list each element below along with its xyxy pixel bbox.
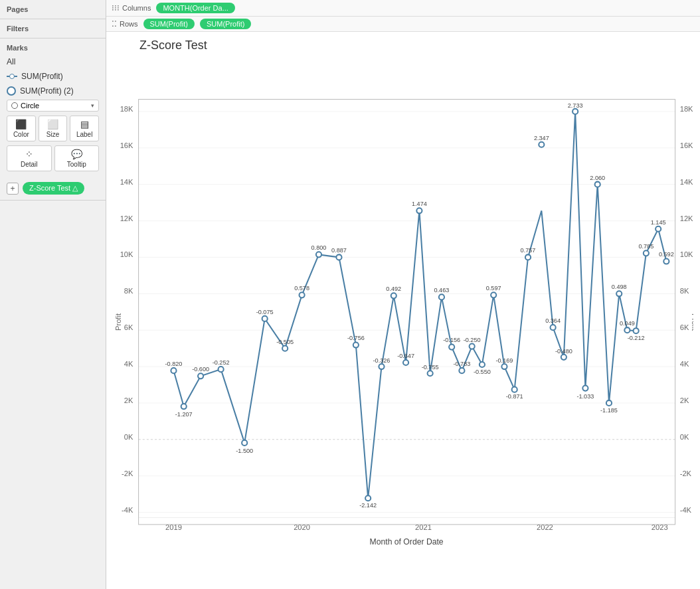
data-label: -0.505 bbox=[276, 339, 294, 345]
marks-all: All bbox=[7, 56, 99, 68]
y-label-8k-left: 8K bbox=[124, 287, 133, 295]
add-calc-button[interactable]: + bbox=[7, 183, 19, 195]
tooltip-icon: 💬 bbox=[71, 149, 82, 159]
data-point bbox=[416, 208, 422, 213]
columns-toolbar: ⁝⁝⁝ Columns MONTH(Order Da... bbox=[106, 0, 700, 17]
y-label-18k-left: 18K bbox=[120, 105, 133, 113]
data-label: -0.156 bbox=[443, 337, 460, 343]
marks-sum-profit[interactable]: SUM(Profit) bbox=[7, 70, 99, 82]
chart-svg: 18K 16K 14K 12K 10K 8K 6K 4K 2K 0K -2K -… bbox=[113, 55, 693, 589]
marks-sum-profit-2[interactable]: SUM(Profit) (2) bbox=[7, 85, 99, 97]
filters-section: Filters bbox=[0, 19, 106, 39]
y-label-12k-right: 12K bbox=[680, 214, 693, 222]
y-label-neg4k-left: -4K bbox=[122, 506, 133, 514]
data-point bbox=[616, 291, 622, 296]
data-point bbox=[525, 254, 531, 260]
rows-label-group: ⁚⁚ Rows bbox=[112, 19, 138, 29]
data-label: 0.364 bbox=[545, 317, 561, 324]
tooltip-button[interactable]: 💬 Tooltip bbox=[54, 145, 100, 171]
y-axis-label-left: Profit bbox=[114, 313, 122, 331]
data-label: -0.820 bbox=[165, 361, 183, 367]
data-label: -0.647 bbox=[397, 353, 414, 359]
label-label: Label bbox=[76, 131, 92, 138]
add-icon: + bbox=[10, 184, 15, 193]
data-point bbox=[171, 368, 176, 373]
columns-pill[interactable]: MONTH(Order Da... bbox=[156, 3, 234, 13]
rows-toolbar: ⁚⁚ Rows SUM(Profit) SUM(Profit) bbox=[106, 17, 700, 32]
circle-dropdown-icon bbox=[11, 102, 18, 109]
y-label-14k-right: 14K bbox=[680, 178, 693, 186]
data-point bbox=[459, 368, 464, 373]
label-icon: ▤ bbox=[80, 119, 89, 129]
tooltip-label: Tooltip bbox=[67, 161, 86, 168]
data-label: -1.185 bbox=[600, 407, 618, 414]
data-label: -0.756 bbox=[347, 335, 365, 341]
data-label: 0.578 bbox=[294, 285, 309, 292]
sidebar: Pages Filters Marks All SUM(Profit) SUM(… bbox=[0, 0, 106, 589]
data-point bbox=[428, 371, 433, 376]
data-label: 1.474 bbox=[412, 201, 427, 207]
data-point bbox=[198, 373, 203, 379]
data-label: -0.250 bbox=[464, 337, 481, 343]
data-point bbox=[491, 292, 496, 297]
color-icon: ⬛ bbox=[15, 119, 27, 129]
data-point bbox=[539, 142, 544, 147]
data-label: 0.049 bbox=[620, 320, 635, 327]
data-label: -0.550 bbox=[474, 369, 491, 375]
marks-buttons: ⬛ Color ⬜ Size ▤ Label bbox=[7, 116, 99, 141]
rows-pill-2[interactable]: SUM(Profit) bbox=[200, 19, 251, 29]
data-point bbox=[561, 355, 567, 360]
data-label: 0.785 bbox=[638, 243, 654, 250]
data-point bbox=[299, 292, 304, 297]
chart-plot-area bbox=[139, 100, 675, 518]
y-label-neg4k-right: -4K bbox=[680, 506, 692, 514]
data-label: -0.783 bbox=[453, 361, 470, 367]
data-label: -0.252 bbox=[213, 359, 230, 366]
y-label-16k-left: 16K bbox=[120, 141, 133, 149]
data-point bbox=[449, 345, 454, 350]
data-label: -0.871 bbox=[506, 393, 523, 400]
data-label: -0.480 bbox=[555, 348, 572, 355]
data-point bbox=[572, 109, 578, 114]
detail-button[interactable]: ⁘ Detail bbox=[7, 145, 52, 171]
sum-profit-2-label: SUM(Profit) (2) bbox=[20, 86, 74, 96]
circle-dropdown[interactable]: Circle ▾ bbox=[7, 100, 99, 112]
y-label-4k-left: 4K bbox=[124, 360, 133, 368]
columns-icon: ⁝⁝⁝ bbox=[112, 3, 120, 13]
label-button[interactable]: ▤ Label bbox=[70, 116, 99, 141]
color-button[interactable]: ⬛ Color bbox=[7, 116, 36, 141]
detail-icon: ⁘ bbox=[25, 149, 33, 159]
data-point bbox=[379, 364, 384, 369]
rows-icon: ⁚⁚ bbox=[112, 19, 117, 29]
zscore-badge[interactable]: Z-Score Test △ bbox=[23, 182, 84, 195]
data-point bbox=[480, 362, 485, 367]
data-point bbox=[365, 495, 371, 501]
size-button[interactable]: ⬜ Size bbox=[39, 116, 68, 141]
data-label: 2.347 bbox=[534, 135, 549, 141]
y-label-10k-left: 10K bbox=[120, 250, 133, 258]
zscore-label: Z-Score Test △ bbox=[29, 184, 78, 193]
data-label: 0.757 bbox=[521, 247, 536, 254]
size-label: Size bbox=[46, 131, 59, 138]
data-point bbox=[663, 258, 669, 264]
marks-section: Marks All SUM(Profit) SUM(Profit) (2) Ci… bbox=[0, 39, 106, 201]
data-label: 0.800 bbox=[311, 244, 327, 251]
y-label-0k-right: 0K bbox=[680, 433, 689, 441]
marks-label: Marks bbox=[7, 44, 99, 52]
data-label: -1.207 bbox=[175, 411, 193, 418]
data-point bbox=[219, 367, 224, 372]
data-label: -1.033 bbox=[576, 393, 594, 400]
data-point bbox=[403, 360, 408, 365]
color-label: Color bbox=[13, 131, 29, 138]
marks-row2: ⁘ Detail 💬 Tooltip bbox=[7, 145, 99, 171]
data-point bbox=[595, 182, 600, 187]
data-label: -0.169 bbox=[496, 357, 513, 364]
columns-label: Columns bbox=[122, 4, 151, 12]
y-axis-label-right: Profit bbox=[691, 313, 693, 331]
chart-container: Z-Score Test 18K 16K 14K 12K 10K 8K 6K 4… bbox=[106, 32, 700, 589]
data-point bbox=[644, 250, 649, 256]
rows-pill-1[interactable]: SUM(Profit) bbox=[143, 19, 195, 29]
data-point bbox=[512, 387, 517, 392]
columns-label-group: ⁝⁝⁝ Columns bbox=[112, 3, 151, 13]
y-label-10k-right: 10K bbox=[680, 250, 693, 258]
